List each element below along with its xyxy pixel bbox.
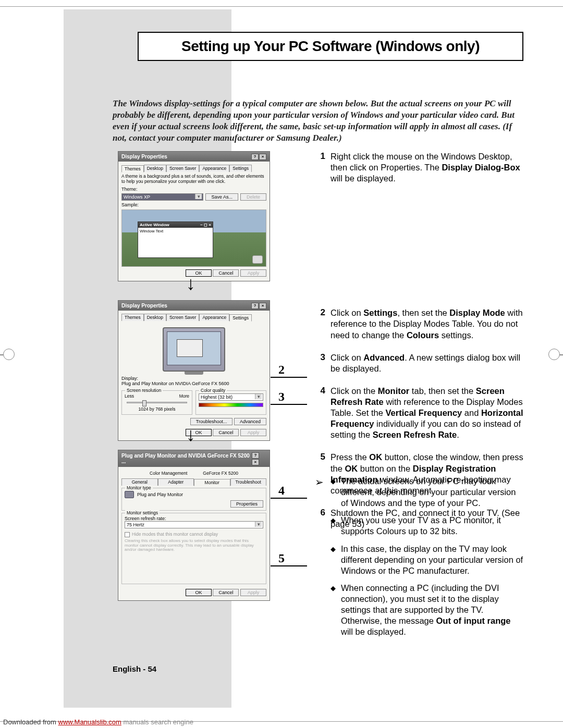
recycle-bin-icon [252,255,263,264]
resolution-slider[interactable] [127,402,187,403]
help-icon[interactable]: ? [251,303,259,309]
dialog-title-bar: Plug and Play Monitor and NVIDIA GeForce… [118,450,270,467]
page-footer: English - 54 [113,664,156,673]
hide-modes-checkbox[interactable] [125,532,130,537]
tabs-row-lower: General Adapter Monitor Troubleshoot [121,478,266,486]
notes-block: ➢ The actual screens on your PC may look… [315,476,523,644]
monitor-properties-dialog: Plug and Play Monitor and NVIDIA GeForce… [118,450,270,601]
cancel-button[interactable]: Cancel [213,429,239,436]
tab-settings[interactable]: Settings [229,165,252,172]
color-quality-dropdown[interactable]: Highest (32 bit) [199,393,263,401]
refresh-rate-label: Screen refresh rate: [125,516,263,521]
display-value: Plug and Play Monitor on NVIDIA GeForce … [121,381,266,386]
monitor-settings-legend: Monitor settings [125,510,160,515]
help-icon[interactable]: ? [251,154,259,160]
tab-adapter[interactable]: Adapter [158,478,194,486]
close-icon[interactable]: × [252,459,259,465]
display-label: Display: [121,376,266,381]
note-1: The actual screens on your PC may look d… [331,476,523,509]
monitor-name: Plug and Play Monitor [137,492,183,497]
note-4: When connecting a PC (including the DVI … [331,583,523,638]
callout-5: 5 [278,551,285,565]
step-2: 2 Click on Settings, then set the Displa… [315,307,523,340]
step-3: 3 Click on Advanced. A new settings dial… [315,352,523,374]
tab-general[interactable]: General [121,478,158,486]
arrow-down-icon: ↓ [186,273,195,294]
tabs-row-upper: Color Management GeForce FX 5200 [121,470,266,476]
hide-modes-label: Hide modes that this monitor cannot disp… [132,532,218,537]
tab-screensaver[interactable]: Screen Saver [166,314,200,321]
callout-3: 3 [278,390,285,404]
close-icon[interactable]: × [259,303,266,309]
note-arrow-icon: ➢ [315,476,331,644]
step-4: 4 Click on the Monitor tab, then set the… [315,386,523,441]
tab-themes[interactable]: Themes [121,165,144,172]
ok-button[interactable]: OK [186,589,212,596]
display-properties-settings-dialog: Display Properties ?× Themes Desktop Scr… [118,300,270,441]
cancel-button[interactable]: Cancel [213,269,239,277]
tab-color-management[interactable]: Color Management [147,470,190,476]
cancel-button[interactable]: Cancel [213,589,239,596]
theme-label: Theme: [121,187,138,192]
tab-settings[interactable]: Settings [229,314,252,322]
resolution-value: 1024 by 768 pixels [125,406,189,412]
display-properties-themes-dialog: Display Properties ?× Themes Desktop Scr… [118,151,270,281]
monitor-preview-icon [163,327,225,372]
tab-desktop[interactable]: Desktop [144,314,166,321]
refresh-rate-dropdown[interactable]: 75 Hertz [125,521,263,528]
color-gradient-preview [199,403,263,407]
tab-appearance[interactable]: Appearance [199,165,229,172]
themes-description: A theme is a background plus a set of so… [121,174,266,184]
note-3: In this case, the display on the TV may … [331,544,523,576]
callout-4: 4 [278,484,285,498]
tab-desktop[interactable]: Desktop [144,165,166,172]
tab-monitor[interactable]: Monitor [194,479,230,486]
step-1: 1 Right click the mouse on the Windows D… [315,151,523,184]
advanced-button[interactable]: Advanced [234,418,266,425]
sample-active-window: Active Window− ◻ × Window Text [138,221,213,258]
tab-themes[interactable]: Themes [121,314,144,321]
callout-2: 2 [278,363,285,377]
arrow-down-icon: ↓ [186,424,195,446]
dialog-title-bar: Display Properties ?× [118,301,270,311]
download-footer: Downloaded from www.Manualslib.com manua… [3,718,193,726]
help-icon[interactable]: ? [252,452,259,459]
apply-button[interactable]: Apply [240,429,266,436]
monitor-icon [125,491,134,498]
tabs-row: Themes Desktop Screen Saver Appearance S… [121,314,266,321]
tab-appearance[interactable]: Appearance [199,314,229,321]
sample-label: Sample: [121,202,139,207]
color-quality-legend: Color quality [199,388,227,393]
properties-button[interactable]: Properties [230,500,263,508]
tab-troubleshoot[interactable]: Troubleshoot [230,478,267,486]
manualslib-link[interactable]: www.Manualslib.com [58,718,121,726]
page-title: Setting up Your PC Software (Windows onl… [181,38,480,55]
apply-button[interactable]: Apply [240,269,266,277]
tabs-row: Themes Desktop Screen Saver Appearance S… [121,165,266,172]
page-title-box: Setting up Your PC Software (Windows onl… [138,32,523,61]
tab-screensaver[interactable]: Screen Saver [166,165,200,172]
apply-button[interactable]: Apply [240,589,266,596]
hide-modes-hint: Clearing this check box allows you to se… [125,539,263,552]
note-2: When you use your TV as a PC monitor, it… [331,515,523,537]
troubleshoot-button[interactable]: Troubleshoot... [190,418,233,425]
theme-sample-preview: Active Window− ◻ × Window Text [121,209,266,267]
tab-geforce[interactable]: GeForce FX 5200 [200,470,241,476]
delete-button[interactable]: Delete [240,193,266,201]
dialog-title-bar: Display Properties ?× [118,152,270,162]
save-as-button[interactable]: Save As... [205,193,238,201]
close-icon[interactable]: × [259,154,266,160]
monitor-type-legend: Monitor type [125,485,153,490]
intro-paragraph: The Windows display-settings for a typic… [113,98,524,144]
theme-dropdown[interactable]: Windows XP [121,193,203,201]
screen-resolution-legend: Screen resolution [125,388,163,393]
